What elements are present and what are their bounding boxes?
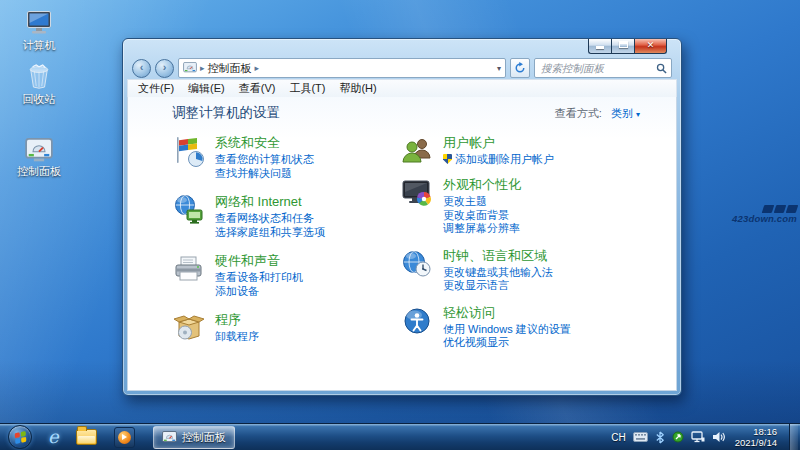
clock-language-region-icon	[400, 247, 434, 281]
category-programs[interactable]: 程序 卸载程序	[172, 311, 400, 345]
category-link[interactable]: 查看您的计算机状态	[215, 153, 314, 167]
breadcrumb-arrow-icon[interactable]	[255, 63, 260, 73]
category-title[interactable]: 外观和个性化	[443, 177, 521, 193]
category-title[interactable]: 网络和 Internet	[215, 194, 325, 210]
control-panel-window: 控制面板 文件(F) 编辑(E) 查看(V)	[122, 38, 682, 396]
breadcrumb-arrow-icon	[200, 63, 205, 73]
watermark-text: 423down.com	[732, 213, 797, 224]
category-link[interactable]: 查看网络状态和任务	[215, 212, 325, 226]
category-column-right: 用户帐户 添加或删除用户帐户	[400, 134, 636, 350]
menu-edit[interactable]: 编辑(E)	[181, 80, 232, 97]
category-link[interactable]: 使用 Windows 建议的设置	[443, 323, 571, 337]
clock[interactable]: 18:16 2021/9/14	[735, 426, 777, 448]
category-user-accounts[interactable]: 用户帐户 添加或删除用户帐户	[400, 134, 636, 168]
category-link[interactable]: 添加或删除用户帐户	[443, 153, 554, 167]
navigation-bar: 控制面板	[123, 57, 681, 79]
search-icon[interactable]	[656, 63, 667, 74]
address-bar[interactable]: 控制面板	[178, 58, 506, 78]
titlebar[interactable]	[123, 39, 681, 57]
category-link[interactable]: 优化视频显示	[443, 336, 571, 350]
category-title[interactable]: 硬件和声音	[215, 253, 303, 269]
bluetooth-icon[interactable]	[655, 431, 665, 444]
maximize-button[interactable]	[611, 39, 634, 54]
desktop-icon-recycle-bin[interactable]: 回收站	[10, 62, 68, 107]
view-by: 查看方式: 类别	[555, 106, 640, 121]
taskbar: e 控制面板 CH	[0, 423, 800, 450]
close-button[interactable]	[634, 39, 667, 54]
computer-icon	[10, 8, 68, 36]
category-link[interactable]: 查看设备和打印机	[215, 271, 303, 285]
recycle-bin-icon	[10, 62, 68, 90]
status-icon[interactable]	[672, 431, 684, 443]
page-title: 调整计算机的设置	[172, 104, 280, 122]
category-link[interactable]: 卸载程序	[215, 330, 259, 344]
menu-tools[interactable]: 工具(T)	[282, 80, 332, 97]
category-title[interactable]: 用户帐户	[443, 135, 554, 151]
taskbar-button-control-panel[interactable]: 控制面板	[153, 426, 235, 449]
system-tray: CH	[611, 424, 800, 450]
view-by-dropdown-icon[interactable]	[636, 110, 640, 119]
window-controls	[588, 39, 667, 54]
category-clock-language-region[interactable]: 时钟、语言和区域 更改键盘或其他输入法 更改显示语言	[400, 247, 636, 293]
category-hardware-sound[interactable]: 硬件和声音 查看设备和打印机 添加设备	[172, 252, 400, 298]
control-panel-content: 调整计算机的设置 查看方式: 类别	[127, 97, 677, 391]
back-button[interactable]	[132, 59, 151, 78]
start-button[interactable]	[8, 425, 32, 449]
network-icon[interactable]	[691, 431, 705, 443]
desktop-icon-computer[interactable]: 计算机	[10, 8, 68, 53]
desktop: 计算机 回收站 控制面板 423down.	[0, 0, 800, 450]
language-indicator[interactable]: CH	[611, 432, 625, 443]
category-link[interactable]: 查找并解决问题	[215, 167, 314, 181]
breadcrumb-control-panel[interactable]: 控制面板	[208, 61, 252, 76]
explorer-folder-icon[interactable]	[76, 429, 97, 445]
network-internet-icon	[172, 193, 206, 227]
menu-help[interactable]: 帮助(H)	[332, 80, 383, 97]
internet-explorer-icon[interactable]: e	[48, 428, 59, 446]
uac-shield-icon	[443, 154, 452, 164]
media-player-icon[interactable]	[114, 427, 135, 448]
category-ease-of-access[interactable]: 轻松访问 使用 Windows 建议的设置 优化视频显示	[400, 304, 636, 350]
search-input[interactable]	[539, 61, 656, 75]
programs-icon	[172, 311, 206, 345]
refresh-icon	[514, 62, 526, 74]
hardware-sound-icon	[172, 252, 206, 286]
view-by-label: 查看方式:	[555, 107, 602, 119]
category-link[interactable]: 添加设备	[215, 285, 303, 299]
category-link[interactable]: 更改键盘或其他输入法	[443, 266, 553, 280]
category-title[interactable]: 轻松访问	[443, 305, 571, 321]
view-by-value[interactable]: 类别	[611, 107, 633, 119]
category-link[interactable]: 更改显示语言	[443, 279, 553, 293]
system-security-icon	[172, 134, 206, 168]
desktop-icon-label: 计算机	[10, 38, 68, 53]
category-title[interactable]: 时钟、语言和区域	[443, 248, 553, 264]
appearance-personalization-icon	[400, 176, 434, 210]
volume-icon[interactable]	[712, 431, 725, 443]
menu-file[interactable]: 文件(F)	[131, 80, 181, 97]
address-dropdown-icon[interactable]	[497, 64, 501, 73]
category-system-security[interactable]: 系统和安全 查看您的计算机状态 查找并解决问题	[172, 134, 400, 180]
search-box[interactable]	[534, 58, 672, 78]
category-link[interactable]: 更改主题	[443, 195, 521, 209]
refresh-button[interactable]	[510, 58, 530, 78]
menu-bar: 文件(F) 编辑(E) 查看(V) 工具(T) 帮助(H)	[127, 79, 677, 97]
category-link[interactable]: 选择家庭组和共享选项	[215, 226, 325, 240]
tray-date: 2021/9/14	[735, 437, 777, 448]
category-link[interactable]: 调整屏幕分辨率	[443, 222, 521, 236]
category-appearance-personalization[interactable]: 外观和个性化 更改主题 更改桌面背景 调整屏幕分辨率	[400, 176, 636, 236]
user-accounts-icon	[400, 134, 434, 168]
quick-launch: e	[48, 427, 135, 448]
category-title[interactable]: 系统和安全	[215, 135, 314, 151]
keyboard-icon[interactable]	[633, 432, 648, 442]
desktop-icon-control-panel[interactable]: 控制面板	[10, 134, 68, 179]
taskbar-button-label: 控制面板	[182, 430, 226, 445]
category-column-left: 系统和安全 查看您的计算机状态 查找并解决问题	[172, 134, 400, 350]
show-desktop-button[interactable]	[789, 424, 798, 450]
control-panel-icon	[10, 134, 68, 162]
desktop-icon-label: 控制面板	[10, 164, 68, 179]
category-link[interactable]: 更改桌面背景	[443, 209, 521, 223]
category-title[interactable]: 程序	[215, 312, 259, 328]
minimize-button[interactable]	[588, 39, 611, 54]
category-network-internet[interactable]: 网络和 Internet 查看网络状态和任务 选择家庭组和共享选项	[172, 193, 400, 239]
forward-button[interactable]	[155, 59, 174, 78]
menu-view[interactable]: 查看(V)	[232, 80, 283, 97]
